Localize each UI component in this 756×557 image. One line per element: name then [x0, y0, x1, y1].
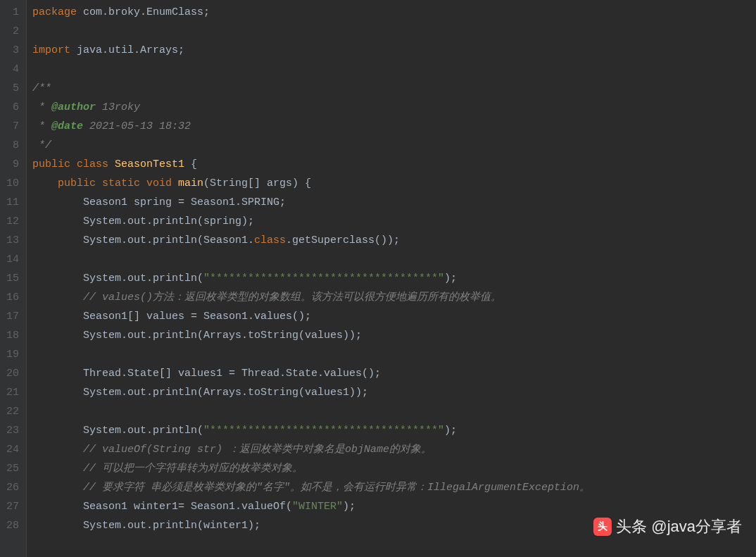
code-token: *: [32, 120, 51, 132]
code-token: System.out.println(winter1);: [32, 520, 260, 532]
code-line[interactable]: [32, 22, 756, 41]
line-number: 20: [6, 364, 19, 383]
code-token: [32, 292, 83, 303]
line-number: 7: [6, 117, 19, 136]
line-number: 10: [6, 174, 19, 193]
code-token: Thread.State[] values1 = Thread.State.va…: [32, 368, 381, 380]
code-token: System.out.println(Arrays.toString(value…: [32, 330, 362, 342]
code-token: class: [254, 234, 286, 246]
line-number: 9: [6, 155, 19, 174]
code-line[interactable]: System.out.println(spring);: [32, 212, 756, 231]
code-token: [32, 482, 83, 494]
code-line[interactable]: Season1[] values = Season1.values();: [32, 307, 756, 326]
code-token: .getSuperclass());: [286, 234, 400, 246]
code-line[interactable]: [32, 402, 756, 421]
code-token: java.util.Arrays;: [77, 44, 184, 56]
code-token: */: [32, 139, 51, 151]
code-token: System.out.println(spring);: [32, 215, 254, 227]
code-line[interactable]: [32, 60, 756, 79]
code-line[interactable]: Season1 winter1= Season1.valueOf("WINTER…: [32, 497, 756, 516]
code-line[interactable]: * @date 2021-05-13 18:32: [32, 117, 756, 136]
code-token: *: [32, 101, 51, 113]
code-token: @author: [51, 101, 96, 113]
code-line[interactable]: package com.broky.EnumClass;: [32, 3, 756, 22]
code-token: public class: [32, 158, 115, 170]
line-number: 14: [6, 250, 19, 269]
code-token: package: [32, 6, 83, 18]
code-line[interactable]: Season1 spring = Season1.SPRING;: [32, 193, 756, 212]
code-line[interactable]: // valueOf(String str) ：返回枚举类中对象名是objNam…: [32, 440, 756, 459]
watermark-handle: @java分享者: [651, 516, 742, 537]
code-line[interactable]: */: [32, 136, 756, 155]
code-token: // values()方法：返回枚举类型的对象数组。该方法可以很方便地遍历所有的…: [83, 292, 501, 303]
line-number: 3: [6, 41, 19, 60]
toutiao-icon: 头: [593, 518, 612, 536]
line-number: 15: [6, 269, 19, 288]
code-line[interactable]: // 要求字符 串必须是枚举类对象的"名字"。如不是，会有运行时异常：Illeg…: [32, 478, 756, 497]
code-area[interactable]: package com.broky.EnumClass;import java.…: [27, 0, 756, 557]
code-token: System.out.println(Arrays.toString(value…: [32, 387, 368, 399]
code-token: import: [32, 44, 77, 56]
code-token: main: [178, 177, 203, 189]
code-token: );: [444, 425, 457, 437]
line-number: 2: [6, 22, 19, 41]
line-number: 6: [6, 98, 19, 117]
code-line[interactable]: /**: [32, 79, 756, 98]
code-token: /**: [32, 82, 51, 94]
code-line[interactable]: import java.util.Arrays;: [32, 41, 756, 60]
code-token: );: [343, 501, 355, 513]
code-line[interactable]: System.out.println(Season1.class.getSupe…: [32, 231, 756, 250]
code-token: 13roky: [96, 101, 140, 113]
code-line[interactable]: System.out.println(Arrays.toString(value…: [32, 383, 756, 402]
code-token: "************************************": [203, 425, 444, 437]
code-line[interactable]: [32, 345, 756, 364]
line-number: 5: [6, 79, 19, 98]
watermark-prefix: 头条: [616, 516, 647, 537]
code-line[interactable]: // 可以把一个字符串转为对应的枚举类对象。: [32, 459, 756, 478]
code-token: // 可以把一个字符串转为对应的枚举类对象。: [83, 463, 303, 475]
code-token: public static void: [58, 177, 178, 189]
code-token: System.out.println(: [32, 273, 203, 284]
line-number: 11: [6, 193, 19, 212]
code-line[interactable]: Thread.State[] values1 = Thread.State.va…: [32, 364, 756, 383]
line-number: 25: [6, 459, 19, 478]
code-line[interactable]: public class SeasonTest1 {: [32, 155, 756, 174]
code-token: // valueOf(String str) ：返回枚举类中对象名是objNam…: [83, 444, 431, 456]
code-token: "WINTER": [292, 501, 343, 513]
line-number: 16: [6, 288, 19, 307]
code-token: [32, 444, 83, 456]
code-token: "************************************": [203, 273, 444, 284]
line-number: 26: [6, 478, 19, 497]
line-number: 27: [6, 497, 19, 516]
code-line[interactable]: [32, 250, 756, 269]
line-number: 17: [6, 307, 19, 326]
line-number: 13: [6, 231, 19, 250]
code-token: SeasonTest1: [115, 158, 184, 170]
line-number: 8: [6, 136, 19, 155]
line-number: 24: [6, 440, 19, 459]
code-line[interactable]: public static void main(String[] args) {: [32, 174, 756, 193]
code-token: [32, 463, 83, 475]
line-number: 1: [6, 3, 19, 22]
code-token: Season1 winter1= Season1.valueOf(: [32, 501, 292, 513]
line-number: 28: [6, 516, 19, 535]
code-token: @date: [51, 120, 83, 132]
line-number: 21: [6, 383, 19, 402]
code-line[interactable]: System.out.println(Arrays.toString(value…: [32, 326, 756, 345]
code-token: [32, 177, 58, 189]
line-number-gutter: 1234567891011121314151617181920212223242…: [0, 0, 27, 557]
code-token: com.broky.EnumClass;: [83, 6, 210, 18]
line-number: 19: [6, 345, 19, 364]
line-number: 18: [6, 326, 19, 345]
line-number: 22: [6, 402, 19, 421]
code-token: // 要求字符 串必须是枚举类对象的"名字"。如不是，会有运行时异常：Illeg…: [83, 482, 590, 494]
line-number: 12: [6, 212, 19, 231]
code-token: 2021-05-13 18:32: [83, 120, 191, 132]
code-token: System.out.println(Season1.: [32, 234, 254, 246]
code-line[interactable]: * @author 13roky: [32, 98, 756, 117]
code-token: (String[] args) {: [203, 177, 311, 189]
code-line[interactable]: System.out.println("********************…: [32, 421, 756, 440]
code-line[interactable]: // values()方法：返回枚举类型的对象数组。该方法可以很方便地遍历所有的…: [32, 288, 756, 307]
line-number: 4: [6, 60, 19, 79]
code-line[interactable]: System.out.println("********************…: [32, 269, 756, 288]
